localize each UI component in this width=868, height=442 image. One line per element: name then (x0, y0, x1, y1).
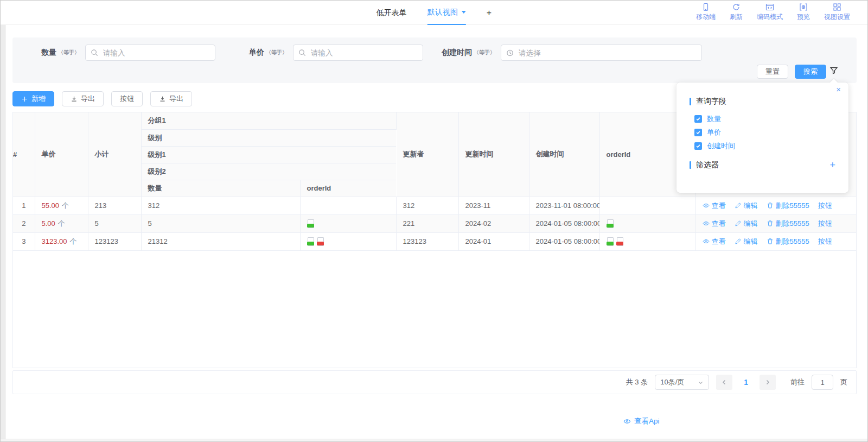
query-fields-title: 查询字段 (696, 97, 726, 106)
create-time-input[interactable] (501, 45, 701, 60)
export-button-1[interactable]: 导出 (62, 91, 104, 106)
top-toolbar: 移动端 刷新 编码模式 预览 视图设置 (696, 3, 850, 22)
checkbox-checked-icon (694, 129, 702, 136)
filter-price-label: 单价 (249, 48, 264, 58)
custom-button[interactable]: 按钮 (111, 91, 143, 106)
query-fields-section: 查询字段 (690, 97, 835, 106)
price-unit: 个 (58, 219, 65, 228)
cell-update-time: 2024-02 (458, 214, 529, 232)
header-level: 级别 (141, 129, 396, 146)
search-icon (298, 49, 307, 57)
view-link[interactable]: 查看 (703, 237, 726, 247)
cell-create-time: 2024-01-05 08:00:00 (529, 214, 599, 232)
view-settings-button[interactable]: 视图设置 (824, 3, 850, 22)
delete-link-label: 删除55555 (776, 219, 809, 229)
row-button-link[interactable]: 按钮 (818, 201, 832, 211)
current-page[interactable]: 1 (744, 378, 748, 387)
price-input-box (293, 45, 423, 61)
mobile-icon (701, 3, 710, 11)
reset-button[interactable]: 重置 (757, 65, 788, 79)
xlsx-file-icon[interactable] (607, 219, 614, 228)
section-bar (690, 161, 691, 169)
view-link[interactable]: 查看 (703, 219, 726, 229)
filter-settings-button[interactable] (829, 66, 838, 75)
cell-create-time: 2024-01-05 08:00:00 (529, 232, 599, 250)
checkbox-create-time-label: 创建时间 (707, 141, 735, 151)
xlsx-file-icon[interactable] (307, 237, 314, 245)
filter-price-operator[interactable]: 〈等于〉 (266, 49, 288, 56)
filter-quantity-operator[interactable]: 〈等于〉 (58, 49, 80, 56)
header-create-time: 创建时间 (529, 112, 599, 197)
pdf-file-icon[interactable] (616, 237, 623, 245)
add-button[interactable]: 新增 (12, 91, 54, 106)
filter-field-quantity: 数量 〈等于〉 (41, 45, 215, 61)
cell-quantity: 21312 (141, 232, 300, 250)
delete-link[interactable]: 删除55555 (767, 237, 809, 247)
filters-section: 筛选器 + (690, 160, 835, 170)
next-page-button[interactable] (760, 375, 776, 390)
filter-create-time-operator[interactable]: 〈等于〉 (474, 49, 495, 56)
row-button-link[interactable]: 按钮 (818, 219, 832, 229)
cell-order-id (599, 232, 695, 250)
pdf-file-icon[interactable] (317, 237, 324, 245)
edit-link-label: 编辑 (744, 201, 758, 211)
cell-order-id (599, 197, 695, 214)
prev-page-button[interactable] (716, 375, 732, 390)
view-api-label: 查看Api (634, 416, 660, 426)
delete-link[interactable]: 删除55555 (767, 219, 809, 229)
tab-form[interactable]: 低开表单 (376, 1, 407, 25)
delete-link[interactable]: 删除55555 (767, 201, 809, 211)
checkbox-unit-price-label: 单价 (707, 128, 721, 137)
header-updater: 更新者 (396, 112, 458, 197)
mobile-mode-button[interactable]: 移动端 (696, 3, 716, 22)
view-link-label: 查看 (712, 237, 726, 247)
code-mode-button[interactable]: 编码模式 (757, 3, 783, 22)
preview-button[interactable]: 预览 (797, 3, 810, 22)
edit-link[interactable]: 编辑 (735, 237, 758, 247)
xlsx-file-icon[interactable] (607, 237, 614, 245)
checkbox-unit-price[interactable]: 单价 (694, 127, 848, 137)
search-button[interactable]: 搜索 (795, 65, 826, 79)
view-link-label: 查看 (712, 201, 726, 211)
export-button-2[interactable]: 导出 (150, 91, 192, 106)
code-mode-label: 编码模式 (757, 12, 783, 22)
page-size-value: 10条/页 (660, 377, 684, 387)
add-filter-button[interactable]: + (829, 160, 835, 170)
header-unit-price: 单价 (35, 112, 88, 197)
cell-order-id (599, 214, 695, 232)
xlsx-file-icon[interactable] (307, 219, 314, 228)
row-button-link[interactable]: 按钮 (818, 237, 832, 247)
filter-field-unit-price: 单价 〈等于〉 (249, 45, 423, 61)
row-button-label: 按钮 (818, 237, 832, 247)
left-gutter (1, 25, 5, 439)
chevron-down-icon (698, 380, 704, 386)
tab-default-view[interactable]: 默认视图 (427, 1, 466, 25)
funnel-icon (829, 66, 838, 75)
checkbox-quantity[interactable]: 数量 (694, 113, 848, 124)
header-level2: 级别2 (141, 163, 396, 180)
total-count: 共 3 条 (626, 377, 648, 387)
cell-updater: 221 (396, 214, 458, 232)
quantity-input[interactable] (86, 45, 215, 60)
cell-create-time: 2023-11-01 08:00:00 (529, 197, 599, 214)
goto-page-input[interactable] (812, 375, 833, 390)
pencil-icon (735, 202, 742, 209)
page-size-select[interactable]: 10条/页 (655, 375, 709, 390)
cell-subtotal: 213 (88, 197, 141, 214)
filter-buttons: 重置 搜索 (757, 65, 826, 79)
cell-actions: 查看 编辑 删除55555 按钮 (695, 197, 856, 214)
view-link[interactable]: 查看 (703, 201, 726, 211)
view-api-link[interactable]: 查看Api (623, 416, 660, 426)
refresh-button[interactable]: 刷新 (730, 3, 743, 22)
checkbox-create-time[interactable]: 创建时间 (694, 141, 848, 151)
row-button-label: 按钮 (818, 219, 832, 229)
tab-add[interactable]: + (487, 1, 492, 25)
edit-link[interactable]: 编辑 (735, 201, 758, 211)
download-icon (159, 96, 166, 103)
chevron-down-icon (462, 11, 466, 14)
refresh-icon (732, 3, 741, 11)
close-icon[interactable]: × (836, 85, 841, 93)
table-row: 3 3123.00个 123123 21312 123123 2024-01 2… (13, 232, 856, 250)
edit-link[interactable]: 编辑 (735, 219, 758, 229)
price-input[interactable] (293, 45, 423, 60)
